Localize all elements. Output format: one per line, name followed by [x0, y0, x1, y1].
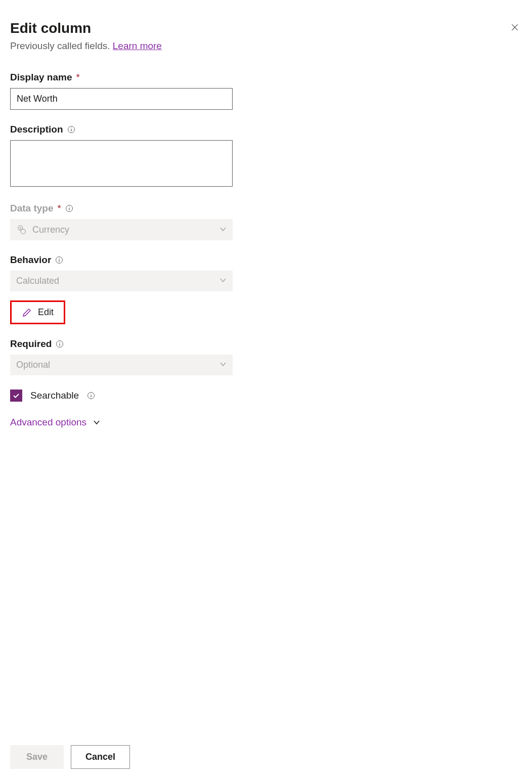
svg-point-13: [59, 258, 60, 258]
advanced-options-toggle[interactable]: Advanced options: [10, 417, 101, 428]
chevron-down-icon: [219, 225, 227, 235]
edit-button[interactable]: Edit: [10, 300, 65, 324]
required-star-icon: *: [76, 72, 80, 83]
svg-point-4: [71, 127, 71, 128]
close-icon[interactable]: [508, 20, 522, 36]
display-name-label: Display name *: [10, 72, 233, 83]
panel-subtitle: Previously called fields. Learn more: [10, 40, 522, 52]
info-icon[interactable]: [56, 340, 64, 348]
chevron-down-icon: [219, 360, 227, 370]
info-icon[interactable]: [87, 392, 95, 400]
currency-icon: $: [16, 224, 27, 235]
info-icon[interactable]: [55, 256, 63, 264]
learn-more-link[interactable]: Learn more: [113, 40, 162, 51]
svg-text:$: $: [19, 226, 21, 230]
required-dropdown: Optional: [10, 355, 233, 375]
svg-point-19: [91, 394, 91, 394]
svg-point-7: [69, 206, 69, 207]
svg-point-16: [60, 342, 60, 342]
data-type-value: Currency: [32, 225, 69, 235]
data-type-label: Data type *: [10, 203, 233, 214]
required-star-icon: *: [58, 203, 61, 214]
info-icon[interactable]: [67, 125, 75, 134]
cancel-button[interactable]: Cancel: [71, 745, 130, 769]
save-button: Save: [10, 745, 64, 769]
searchable-checkbox[interactable]: [10, 390, 22, 402]
required-value: Optional: [16, 360, 50, 370]
svg-point-10: [21, 229, 25, 234]
display-name-input[interactable]: [10, 88, 233, 110]
chevron-down-icon: [93, 418, 101, 426]
info-icon[interactable]: [65, 204, 73, 212]
description-input[interactable]: [10, 140, 233, 187]
behavior-label: Behavior: [10, 254, 233, 266]
edit-button-label: Edit: [38, 307, 54, 318]
description-label: Description: [10, 124, 233, 135]
chevron-down-icon: [219, 276, 227, 286]
behavior-dropdown: Calculated: [10, 271, 233, 291]
behavior-value: Calculated: [16, 276, 59, 286]
panel-title: Edit column: [10, 20, 91, 36]
searchable-label: Searchable: [30, 390, 79, 401]
required-label: Required: [10, 338, 233, 350]
data-type-dropdown: $ Currency: [10, 219, 233, 240]
